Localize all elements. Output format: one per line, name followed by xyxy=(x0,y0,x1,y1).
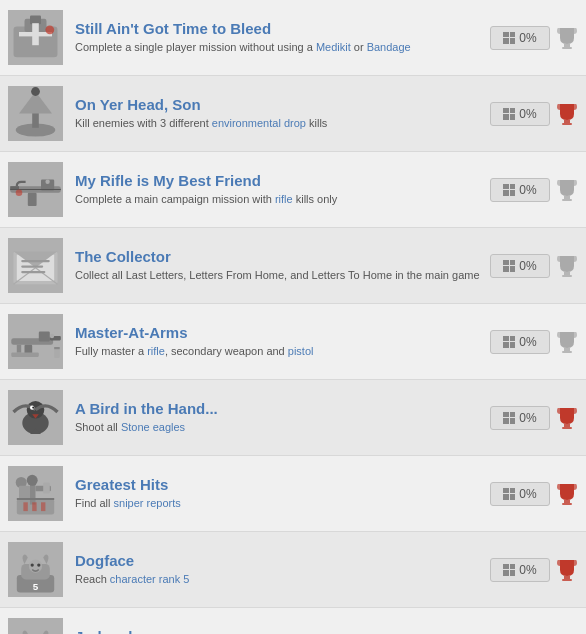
svg-rect-22 xyxy=(562,199,572,201)
achievement-content-jarhead: JarheadReach character rank 25 xyxy=(75,628,480,634)
progress-text-greatest-hits: 0% xyxy=(519,487,536,501)
achievement-icon-bird-hand xyxy=(8,390,63,445)
svg-rect-39 xyxy=(17,345,21,353)
progress-badge-still-aint: 0% xyxy=(490,26,550,50)
achievement-content-rifle-friend: My Rifle is My Best FriendComplete a mai… xyxy=(75,172,480,207)
svg-rect-49 xyxy=(562,427,572,429)
svg-rect-21 xyxy=(564,196,570,199)
trophy-icon-dogface xyxy=(556,559,578,581)
svg-rect-62 xyxy=(562,503,572,505)
svg-point-5 xyxy=(45,25,54,34)
achievement-title-dogface: Dogface xyxy=(75,552,480,569)
grid-icon xyxy=(503,412,515,424)
grid-icon xyxy=(503,184,515,196)
achievement-title-bird-hand: A Bird in the Hand... xyxy=(75,400,480,417)
svg-rect-61 xyxy=(564,500,570,503)
achievement-desc-greatest-hits: Find all sniper reports xyxy=(75,496,480,511)
svg-point-67 xyxy=(37,563,40,566)
progress-badge-collector: 0% xyxy=(490,254,550,278)
achievement-item-jarhead: 25 JarheadReach character rank 250% xyxy=(0,608,586,634)
progress-text-rifle-friend: 0% xyxy=(519,183,536,197)
achievement-desc-rifle-friend: Complete a main campaign mission with ri… xyxy=(75,192,480,207)
grid-icon xyxy=(503,488,515,500)
svg-rect-32 xyxy=(562,275,572,277)
achievement-icon-on-yer-head xyxy=(8,86,63,141)
svg-point-20 xyxy=(16,190,23,197)
grid-icon xyxy=(503,108,515,120)
grid-icon xyxy=(503,260,515,272)
achievement-right-greatest-hits: 0% xyxy=(490,482,578,506)
achievement-desc-collector: Collect all Last Letters, Letters From H… xyxy=(75,268,480,283)
progress-badge-on-yer-head: 0% xyxy=(490,102,550,126)
svg-rect-41 xyxy=(54,347,60,349)
achievement-item-collector: The CollectorCollect all Last Letters, L… xyxy=(0,228,586,304)
svg-rect-59 xyxy=(32,502,36,511)
achievement-item-rifle-friend: My Rifle is My Best FriendComplete a mai… xyxy=(0,152,586,228)
progress-text-master-arms: 0% xyxy=(519,335,536,349)
achievement-item-still-aint: Still Ain't Got Time to BleedComplete a … xyxy=(0,0,586,76)
progress-text-dogface: 0% xyxy=(519,563,536,577)
svg-text:5: 5 xyxy=(33,581,39,592)
svg-rect-4 xyxy=(32,23,39,45)
achievement-item-dogface: 5 DogfaceReach character rank 50% xyxy=(0,532,586,608)
achievement-title-greatest-hits: Greatest Hits xyxy=(75,476,480,493)
achievement-title-jarhead: Jarhead xyxy=(75,628,480,634)
achievement-content-still-aint: Still Ain't Got Time to BleedComplete a … xyxy=(75,20,480,55)
trophy-icon-rifle-friend xyxy=(556,179,578,201)
svg-rect-69 xyxy=(564,576,570,579)
trophy-icon-on-yer-head xyxy=(556,103,578,125)
svg-rect-51 xyxy=(30,483,36,505)
grid-icon xyxy=(503,336,515,348)
achievement-item-on-yer-head: On Yer Head, SonKill enemies with 3 diff… xyxy=(0,76,586,152)
achievement-icon-jarhead: 25 xyxy=(8,618,63,634)
achievement-icon-still-aint xyxy=(8,10,63,65)
progress-text-still-aint: 0% xyxy=(519,31,536,45)
achievement-item-bird-hand: A Bird in the Hand...Shoot all Stone eag… xyxy=(0,380,586,456)
svg-rect-28 xyxy=(21,260,50,262)
achievement-content-dogface: DogfaceReach character rank 5 xyxy=(75,552,480,587)
trophy-icon-collector xyxy=(556,255,578,277)
achievement-right-dogface: 0% xyxy=(490,558,578,582)
svg-rect-2 xyxy=(30,16,41,25)
progress-badge-bird-hand: 0% xyxy=(490,406,550,430)
progress-text-on-yer-head: 0% xyxy=(519,107,536,121)
svg-rect-29 xyxy=(21,266,43,268)
svg-rect-58 xyxy=(23,502,27,511)
svg-rect-34 xyxy=(39,332,50,342)
achievement-title-still-aint: Still Ain't Got Time to Bleed xyxy=(75,20,480,37)
achievement-icon-collector xyxy=(8,238,63,293)
svg-rect-48 xyxy=(564,424,570,427)
progress-badge-greatest-hits: 0% xyxy=(490,482,550,506)
svg-rect-54 xyxy=(43,483,50,494)
grid-icon xyxy=(503,564,515,576)
achievement-title-on-yer-head: On Yer Head, Son xyxy=(75,96,480,113)
progress-badge-dogface: 0% xyxy=(490,558,550,582)
svg-point-37 xyxy=(50,334,54,338)
svg-rect-7 xyxy=(562,47,572,49)
achievement-item-greatest-hits: Greatest HitsFind all sniper reports0% xyxy=(0,456,586,532)
svg-rect-16 xyxy=(28,193,37,206)
svg-rect-12 xyxy=(564,120,570,123)
trophy-icon-master-arms xyxy=(556,331,578,353)
progress-badge-master-arms: 0% xyxy=(490,330,550,354)
achievement-content-collector: The CollectorCollect all Last Letters, L… xyxy=(75,248,480,283)
achievement-right-collector: 0% xyxy=(490,254,578,278)
trophy-icon-greatest-hits xyxy=(556,483,578,505)
achievement-content-on-yer-head: On Yer Head, SonKill enemies with 3 diff… xyxy=(75,96,480,131)
achievement-right-master-arms: 0% xyxy=(490,330,578,354)
achievement-title-rifle-friend: My Rifle is My Best Friend xyxy=(75,172,480,189)
achievement-content-greatest-hits: Greatest HitsFind all sniper reports xyxy=(75,476,480,511)
achievement-desc-master-arms: Fully master a rifle, secondary weapon a… xyxy=(75,344,480,359)
svg-point-66 xyxy=(31,563,34,566)
achievement-item-master-arms: Master-At-ArmsFully master a rifle, seco… xyxy=(0,304,586,380)
achievement-desc-dogface: Reach character rank 5 xyxy=(75,572,480,587)
achievement-right-bird-hand: 0% xyxy=(490,406,578,430)
svg-rect-31 xyxy=(564,272,570,275)
achievement-desc-still-aint: Complete a single player mission without… xyxy=(75,40,480,55)
svg-rect-60 xyxy=(41,502,45,511)
achievement-icon-dogface: 5 xyxy=(8,542,63,597)
achievement-list: Still Ain't Got Time to BleedComplete a … xyxy=(0,0,586,634)
progress-text-bird-hand: 0% xyxy=(519,411,536,425)
achievement-icon-greatest-hits xyxy=(8,466,63,521)
svg-rect-6 xyxy=(564,44,570,47)
